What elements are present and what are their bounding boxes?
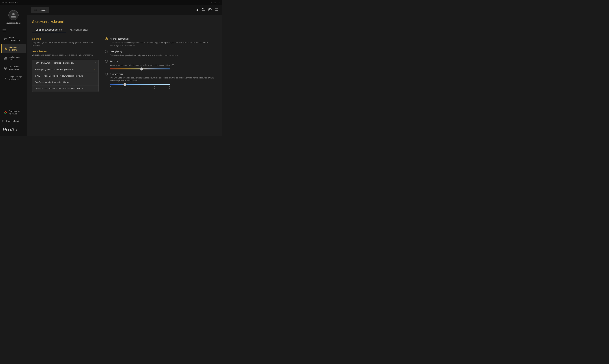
radio-normal: Normal (Normalne) Dzięki korekcji gamma …: [105, 38, 217, 47]
palette-icon: [4, 47, 7, 50]
splendid-desc: Optymalizacja kolorów ekranu za pomocą k…: [32, 41, 99, 47]
settings-button[interactable]: [208, 8, 212, 12]
dropdown-item-native[interactable]: Native (Natywna) — domyślne żywe kolory …: [32, 66, 98, 73]
left-column: Splendid Optymalizacja kolorów ekranu za…: [32, 38, 99, 93]
eye-care-slider-track[interactable]: [110, 84, 170, 85]
settings-icon: [4, 66, 7, 70]
tab-splendid[interactable]: Splendid & Gamut kolorów: [32, 27, 66, 33]
hamburger-icon[interactable]: [2, 29, 25, 31]
hamburger-menu[interactable]: [0, 28, 27, 33]
maximize-button[interactable]: □: [214, 1, 216, 4]
topbar-actions: ∕∕: [197, 8, 218, 12]
svg-rect-8: [6, 58, 7, 59]
eye-care-slider-container: 1 2 3: [110, 84, 217, 90]
radio-eye-care-label: Ochrona oczu: [110, 73, 124, 75]
svg-rect-6: [6, 57, 7, 58]
manual-slider-track[interactable]: [110, 68, 170, 69]
dropdown-selected[interactable]: Native (Natywna) — domyślne żywe kolory …: [32, 60, 99, 66]
splendid-section: Splendid Optymalizacja kolorów ekranu za…: [32, 38, 99, 47]
radio-manual: Ręcznie Można łatwo ustawić żądaną tempe…: [105, 60, 217, 69]
radio-eye-care: Ochrona oczu Tryb Eye Care (Ochrona oczu…: [105, 73, 217, 90]
sidebar-item-control-label: Ustawienia sterowania: [9, 65, 23, 71]
dropdown-item-displayp3[interactable]: Display P3 — szerszy zakres realistyczny…: [32, 85, 98, 92]
window-controls[interactable]: − □ ✕: [211, 1, 220, 4]
content-columns: Splendid Optymalizacja kolorów ekranu za…: [32, 38, 217, 93]
svg-point-1: [5, 48, 7, 50]
sidebar-item-control-settings[interactable]: Ustawienia sterowania: [1, 64, 26, 73]
radio-vivid-desc: Dostosowanie nasycenia obrazu, aby jego …: [110, 54, 217, 57]
color-gamut-title: Gama kolorów: [32, 50, 99, 53]
minimize-button[interactable]: −: [211, 1, 212, 4]
sidebar-item-smart-label: Inteligentna praca: [9, 56, 23, 61]
svg-point-2: [5, 48, 6, 49]
app-title: ProArt Creator Hub: [2, 1, 18, 4]
sidebar-item-optimization-label: Optymalizacja wydajności: [9, 75, 23, 81]
asus-logo: ∕∕: [197, 8, 198, 12]
dot-item-5: 5: [169, 86, 170, 90]
sidebar-item-smart-work[interactable]: Inteligentna praca: [1, 54, 26, 63]
chevron-up-icon: ⌃: [94, 62, 96, 64]
laptop-icon: [34, 9, 37, 12]
dot-2: [125, 86, 125, 87]
login-label[interactable]: Zaloguj się teraz: [7, 22, 20, 24]
dropdown-selected-text: Native (Natywna) — domyślne żywe kolory: [35, 62, 74, 64]
dropdown-item-srgb[interactable]: sRGB — standardowe kolory zawartości int…: [32, 73, 98, 79]
user-icon: [11, 12, 16, 18]
radio-vivid-label: Vivid (Żywe): [110, 50, 122, 53]
sidebar-item-panel-label: Panel nawigacyjny: [9, 36, 23, 41]
sidebar-item-color-label: Sterowanie kolorami: [9, 46, 23, 51]
dot-label-4: 4: [154, 88, 155, 90]
titlebar: ProArt Creator Hub − □ ✕: [0, 0, 222, 5]
radio-eye-care-circle[interactable]: [105, 73, 108, 76]
dot-item-2: 2: [124, 86, 125, 90]
svg-rect-13: [2, 121, 2, 122]
close-button[interactable]: ✕: [218, 1, 220, 4]
radio-normal-circle[interactable]: [105, 38, 108, 40]
grid-icon: [1, 119, 4, 123]
manual-slider-container: [110, 68, 217, 69]
creative-land-label: Creative Land: [6, 120, 19, 122]
tabs: Splendid & Gamut kolorów Kalibracja kolo…: [32, 27, 217, 33]
notification-button[interactable]: [201, 8, 205, 12]
radio-normal-label: Normal (Normalne): [110, 38, 129, 40]
color-gamut-desc: Wybierz gamę kolorów ekranu, która najle…: [32, 53, 99, 56]
topbar: Laptop ∕∕: [27, 5, 222, 15]
dropdown-item-displayp3-label: Display P3 — szerszy zakres realistyczny…: [35, 87, 83, 90]
sidebar-item-optimization[interactable]: Optymalizacja wydajności: [1, 73, 26, 83]
device-tab[interactable]: Laptop: [31, 7, 49, 13]
svg-rect-5: [4, 57, 5, 58]
sidebar-item-color-control[interactable]: Sterowanie kolorami: [1, 44, 26, 53]
user-area[interactable]: Zaloguj się teraz: [0, 8, 27, 28]
dot-label-1: 1: [110, 88, 111, 90]
performance-icon: [4, 77, 7, 79]
avatar[interactable]: [8, 10, 19, 20]
radio-manual-circle[interactable]: [105, 60, 108, 63]
sidebar-item-panel[interactable]: Panel nawigacyjny: [1, 34, 26, 43]
color-gamut-dropdown[interactable]: Native (Natywna) — domyślne żywe kolory …: [32, 60, 99, 66]
svg-rect-14: [3, 121, 4, 122]
svg-rect-15: [34, 9, 37, 11]
main-content: Laptop ∕∕ Sterowanie kolorami Splendid: [27, 5, 222, 136]
svg-rect-12: [3, 120, 4, 121]
page-content: Sterowanie kolorami Splendid & Gamut kol…: [27, 15, 222, 136]
manual-slider-thumb[interactable]: [140, 67, 143, 71]
tab-calibration[interactable]: Kalibracja kolorów: [66, 27, 92, 33]
dot-5: [169, 86, 170, 87]
chat-button[interactable]: [215, 8, 218, 12]
eye-care-slider-thumb[interactable]: [123, 83, 126, 86]
device-tab-label: Laptop: [39, 9, 46, 12]
dot-item-4: 4: [154, 86, 155, 90]
svg-point-16: [209, 9, 210, 10]
svg-point-3: [6, 48, 7, 49]
radio-vivid-circle[interactable]: [105, 50, 108, 53]
dot-1: [110, 86, 111, 87]
dot-label-5: 5: [169, 88, 170, 90]
sidebar-item-color-mgmt-label: Zarządzanie kolorami: [9, 110, 23, 115]
dashboard-icon: [4, 37, 7, 40]
sidebar-item-creative-land[interactable]: Creative Land: [0, 118, 27, 124]
dot-item-3: 3: [139, 86, 140, 90]
checkmark-icon: ✓: [94, 68, 96, 71]
radio-normal-desc: Dzięki korekcji gamma i temperatury barw…: [110, 41, 217, 47]
sidebar-item-color-management[interactable]: Zarządzanie kolorami: [1, 108, 26, 117]
dropdown-item-dci[interactable]: DCI-P3 — standardowe kolory kinowe: [32, 79, 98, 85]
